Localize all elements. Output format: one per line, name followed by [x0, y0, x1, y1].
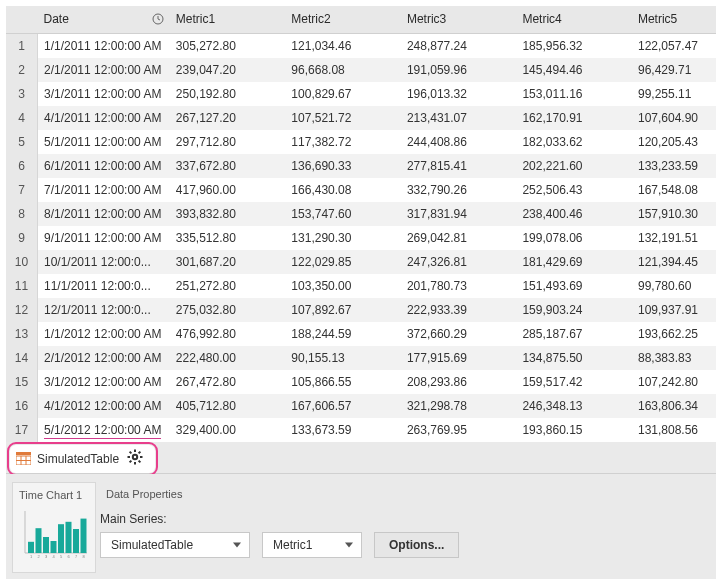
svg-line-14 [130, 461, 132, 463]
cell-metric3: 196,013.32 [401, 82, 517, 106]
row-number: 10 [6, 250, 38, 274]
chart-preview-tab[interactable]: Time Chart 1 12345678 [12, 482, 96, 573]
svg-rect-23 [73, 529, 79, 553]
cell-metric1: 297,712.80 [170, 130, 286, 154]
table-row[interactable]: 66/1/2011 12:00:00 AM337,672.80136,690.3… [6, 154, 716, 178]
table-row[interactable]: 131/1/2012 12:00:00 AM476,992.80188,244.… [6, 322, 716, 346]
table-row[interactable]: 22/1/2011 12:00:00 AM239,047.2096,668.08… [6, 58, 716, 82]
table-row[interactable]: 33/1/2011 12:00:00 AM250,192.80100,829.6… [6, 82, 716, 106]
svg-line-11 [130, 452, 132, 454]
cell-metric4: 252,506.43 [516, 178, 632, 202]
cell-metric1: 405,712.80 [170, 394, 286, 418]
row-number: 3 [6, 82, 38, 106]
cell-date: 4/1/2011 12:00:00 AM [38, 106, 170, 130]
cell-metric1: 250,192.80 [170, 82, 286, 106]
options-button[interactable]: Options... [374, 532, 459, 558]
cell-date: 8/1/2011 12:00:00 AM [38, 202, 170, 226]
table-row[interactable]: 99/1/2011 12:00:00 AM335,512.80131,290.3… [6, 226, 716, 250]
data-table[interactable]: Date Metric1 Metric2 Metric3 Metric4 Met… [6, 6, 716, 442]
cell-metric3: 372,660.29 [401, 322, 517, 346]
table-row[interactable]: 11/1/2011 12:00:00 AM305,272.80121,034.4… [6, 33, 716, 58]
worksheet-tabstrip: SimulatedTable [6, 442, 716, 474]
row-number: 6 [6, 154, 38, 178]
series-dropdown[interactable]: SimulatedTable [100, 532, 250, 558]
cell-metric1: 267,472.80 [170, 370, 286, 394]
worksheet-tab-simulatedtable[interactable]: SimulatedTable [10, 445, 155, 473]
row-number: 11 [6, 274, 38, 298]
cell-metric3: 277,815.41 [401, 154, 517, 178]
svg-rect-19 [43, 537, 49, 553]
cell-metric3: 222,933.39 [401, 298, 517, 322]
metric-dropdown[interactable]: Metric1 [262, 532, 362, 558]
cell-metric3: 247,326.81 [401, 250, 517, 274]
cell-metric2: 166,430.08 [285, 178, 401, 202]
cell-metric4: 285,187.67 [516, 322, 632, 346]
clock-icon [152, 13, 164, 25]
cell-metric2: 131,290.30 [285, 226, 401, 250]
row-number: 8 [6, 202, 38, 226]
table-row[interactable]: 153/1/2012 12:00:00 AM267,472.80105,866.… [6, 370, 716, 394]
svg-rect-18 [36, 528, 42, 553]
cell-metric2: 121,034.46 [285, 33, 401, 58]
column-header-metric1[interactable]: Metric1 [170, 6, 286, 33]
row-number: 5 [6, 130, 38, 154]
column-header-metric4[interactable]: Metric4 [516, 6, 632, 33]
cell-date: 11/1/2011 12:00:0... [38, 274, 170, 298]
cell-metric1: 275,032.80 [170, 298, 286, 322]
cell-metric4: 238,400.46 [516, 202, 632, 226]
cell-metric3: 244,408.86 [401, 130, 517, 154]
table-row[interactable]: 44/1/2011 12:00:00 AM267,127.20107,521.7… [6, 106, 716, 130]
worksheet-tab-label: SimulatedTable [37, 452, 119, 466]
table-row[interactable]: 142/1/2012 12:00:00 AM222,480.0090,155.1… [6, 346, 716, 370]
cell-metric4: 153,011.16 [516, 82, 632, 106]
cell-metric1: 335,512.80 [170, 226, 286, 250]
svg-text:3: 3 [45, 554, 48, 559]
cell-metric3: 321,298.78 [401, 394, 517, 418]
cell-metric5: 131,808.56 [632, 418, 716, 442]
chevron-down-icon [233, 542, 241, 547]
svg-rect-17 [28, 541, 34, 552]
table-row[interactable]: 175/1/2012 12:00:00 AM329,400.00133,673.… [6, 418, 716, 442]
column-label: Metric3 [407, 12, 446, 26]
row-number: 12 [6, 298, 38, 322]
column-header-metric3[interactable]: Metric3 [401, 6, 517, 33]
cell-metric5: 99,780.60 [632, 274, 716, 298]
svg-text:6: 6 [67, 554, 70, 559]
svg-line-13 [139, 452, 141, 454]
row-number: 14 [6, 346, 38, 370]
tab-settings-button[interactable] [125, 449, 145, 469]
svg-line-12 [139, 461, 141, 463]
table-row[interactable]: 1010/1/2011 12:00:0...301,687.20122,029.… [6, 250, 716, 274]
svg-text:2: 2 [37, 554, 40, 559]
table-row[interactable]: 77/1/2011 12:00:00 AM417,960.00166,430.0… [6, 178, 716, 202]
svg-rect-24 [81, 518, 87, 552]
cell-metric4: 199,078.06 [516, 226, 632, 250]
cell-metric2: 117,382.72 [285, 130, 401, 154]
bar-chart-icon: 12345678 [19, 507, 89, 561]
row-number: 4 [6, 106, 38, 130]
cell-metric3: 317,831.94 [401, 202, 517, 226]
cell-metric1: 239,047.20 [170, 58, 286, 82]
column-label: Metric1 [176, 12, 215, 26]
cell-date: 3/1/2011 12:00:00 AM [38, 82, 170, 106]
column-header-metric2[interactable]: Metric2 [285, 6, 401, 33]
table-row[interactable]: 1212/1/2011 12:00:0...275,032.80107,892.… [6, 298, 716, 322]
table-row[interactable]: 88/1/2011 12:00:00 AM393,832.80153,747.6… [6, 202, 716, 226]
cell-metric5: 122,057.47 [632, 33, 716, 58]
cell-metric4: 182,033.62 [516, 130, 632, 154]
cell-metric5: 96,429.71 [632, 58, 716, 82]
cell-metric5: 120,205.43 [632, 130, 716, 154]
table-row[interactable]: 164/1/2012 12:00:00 AM405,712.80167,606.… [6, 394, 716, 418]
svg-text:7: 7 [75, 554, 78, 559]
cell-metric1: 222,480.00 [170, 346, 286, 370]
table-row[interactable]: 55/1/2011 12:00:00 AM297,712.80117,382.7… [6, 130, 716, 154]
rownum-header[interactable] [6, 6, 38, 33]
table-row[interactable]: 1111/1/2011 12:00:0...251,272.80103,350.… [6, 274, 716, 298]
column-header-date[interactable]: Date [38, 6, 170, 33]
chart-tab-label: Time Chart 1 [19, 489, 89, 501]
cell-date: 5/1/2012 12:00:00 AM [38, 418, 170, 442]
column-header-metric5[interactable]: Metric5 [632, 6, 716, 33]
cell-metric4: 159,903.24 [516, 298, 632, 322]
cell-metric3: 191,059.96 [401, 58, 517, 82]
props-tab-label: Data Properties [100, 482, 710, 508]
